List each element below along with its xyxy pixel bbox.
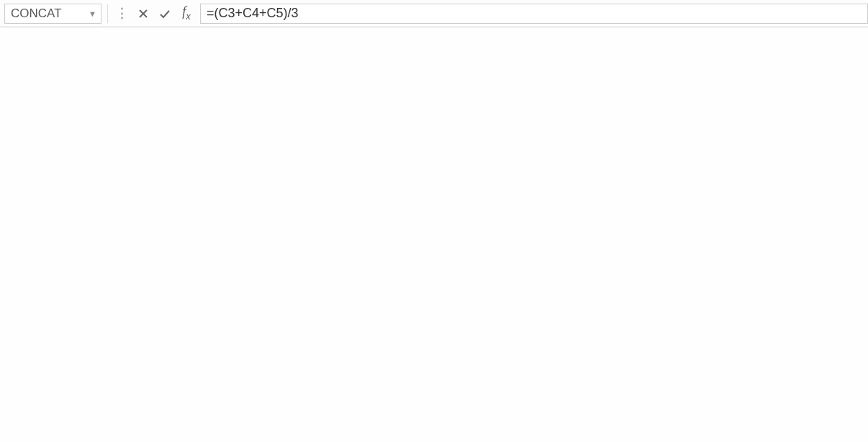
formula-bar: CONCAT ▼ ⋮ fx =(C3+C4+C5)/3 — [0, 0, 868, 27]
formula-input-text: =(C3+C4+C5)/3 — [207, 6, 299, 21]
drag-handle-icon: ⋮ — [111, 5, 132, 22]
name-box-value: CONCAT — [11, 6, 62, 21]
insert-function-button[interactable]: fx — [176, 4, 197, 24]
enter-button[interactable] — [154, 4, 176, 24]
check-icon — [159, 9, 171, 19]
fx-icon: fx — [182, 4, 191, 22]
name-box[interactable]: CONCAT ▼ — [4, 4, 101, 24]
formula-input[interactable]: =(C3+C4+C5)/3 — [200, 4, 868, 24]
cancel-button[interactable] — [132, 4, 154, 24]
x-icon — [138, 9, 148, 19]
caret-down-icon[interactable]: ▼ — [89, 9, 99, 18]
divider — [107, 4, 108, 23]
